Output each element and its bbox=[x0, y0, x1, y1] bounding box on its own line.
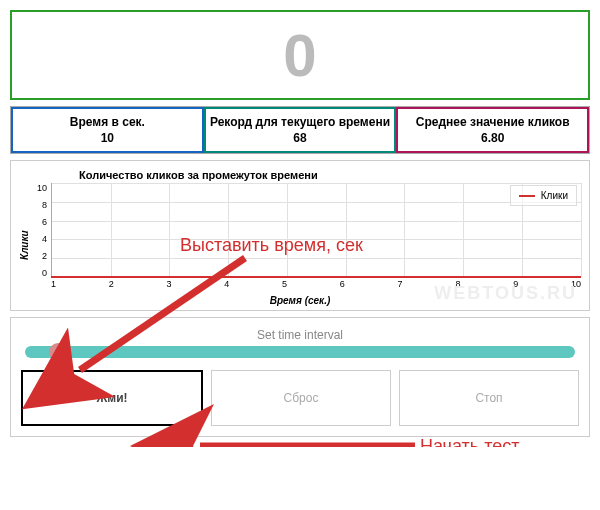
click-counter-value: 0 bbox=[283, 21, 316, 90]
chart-ylabel: Клики bbox=[19, 183, 35, 293]
click-counter: 0 bbox=[10, 10, 590, 100]
chart-series-line bbox=[51, 276, 581, 278]
slider-thumb-icon[interactable] bbox=[49, 343, 67, 361]
legend-swatch-icon bbox=[519, 195, 535, 197]
chart-plot: 1 2 3 4 5 6 7 8 9 10 bbox=[51, 183, 581, 293]
reset-button[interactable]: Сброс bbox=[211, 370, 391, 426]
chart-legend: Клики bbox=[510, 185, 577, 206]
stat-record-label: Рекорд для текущего времени bbox=[210, 115, 391, 129]
stat-time-value: 10 bbox=[17, 131, 198, 145]
stat-average: Среднее значение кликов 6.80 bbox=[396, 107, 589, 153]
legend-label: Клики bbox=[541, 190, 568, 201]
stop-button[interactable]: Стоп bbox=[399, 370, 579, 426]
chart-xlabel: Время (сек.) bbox=[19, 295, 581, 306]
chart-xticks: 1 2 3 4 5 6 7 8 9 10 bbox=[51, 279, 581, 293]
slider-label: Set time interval bbox=[21, 328, 579, 342]
press-button[interactable]: Жми! bbox=[21, 370, 203, 426]
controls-panel: Set time interval Жми! Сброс Стоп bbox=[10, 317, 590, 437]
chart-panel: Количество кликов за промежуток времени … bbox=[10, 160, 590, 311]
annotation-start-test: Начать тест bbox=[420, 436, 520, 447]
stat-record: Рекорд для текущего времени 68 bbox=[204, 107, 397, 153]
stat-time-label: Время в сек. bbox=[17, 115, 198, 129]
stats-row: Время в сек. 10 Рекорд для текущего врем… bbox=[10, 106, 590, 154]
chart-title: Количество кликов за промежуток времени bbox=[79, 169, 581, 181]
time-slider[interactable] bbox=[25, 346, 575, 358]
stat-record-value: 68 bbox=[210, 131, 391, 145]
stat-avg-value: 6.80 bbox=[402, 131, 583, 145]
chart-yticks: 10 8 6 4 2 0 bbox=[35, 183, 51, 293]
stat-time: Время в сек. 10 bbox=[11, 107, 204, 153]
stat-avg-label: Среднее значение кликов bbox=[402, 115, 583, 129]
